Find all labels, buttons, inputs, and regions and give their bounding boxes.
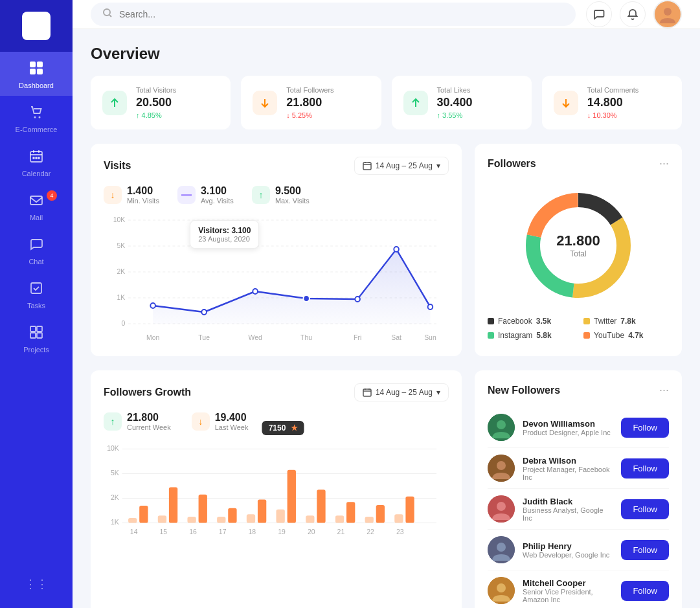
svg-rect-14 xyxy=(37,326,42,332)
visitors-label: Total Visitors xyxy=(136,86,176,94)
instagram-value: 5.8k xyxy=(536,331,551,340)
sidebar-more-icon[interactable]: ⋮⋮ xyxy=(18,570,54,598)
stat-card-followers: Total Followers 21.800 ↓ 5.25% xyxy=(241,76,381,129)
svg-text:16: 16 xyxy=(189,528,197,535)
ecommerce-icon xyxy=(29,105,43,122)
follow-button-mitchell[interactable]: Follow xyxy=(621,581,669,601)
svg-text:1K: 1K xyxy=(111,519,119,526)
mitchell-avatar xyxy=(488,577,515,604)
visits-avg-icon: — xyxy=(177,186,196,204)
svg-text:21: 21 xyxy=(337,528,345,535)
svg-text:Sat: Sat xyxy=(391,333,401,341)
sidebar-item-chat[interactable]: Chat xyxy=(0,228,73,272)
search-icon xyxy=(102,8,113,21)
new-followers-menu[interactable]: ··· xyxy=(659,383,669,397)
svg-rect-62 xyxy=(169,487,177,523)
visitors-info: Total Visitors 20.500 ↑ 4.85% xyxy=(136,86,176,119)
sidebar-item-calendar[interactable]: Calendar xyxy=(0,140,73,184)
calendar-icon xyxy=(29,149,43,166)
sidebar-item-mail[interactable]: 4 Mail xyxy=(0,184,73,228)
growth-last-value: 19.400 xyxy=(215,412,249,423)
search-box[interactable] xyxy=(91,3,576,26)
visits-avg-stat: — 3.100 Avg. Visits xyxy=(177,185,234,205)
followers-panel: Followers ··· xyxy=(475,144,682,356)
notifications-button[interactable] xyxy=(620,1,646,27)
visits-header: Visits 14 Aug – 25 Aug ▾ xyxy=(104,157,449,175)
projects-icon xyxy=(29,325,43,343)
sidebar-label-dashboard: Dashboard xyxy=(19,82,54,89)
follower-item-devon: Devon Williamson Product Designer, Apple… xyxy=(488,407,669,448)
follow-button-philip[interactable]: Follow xyxy=(621,540,669,560)
follow-button-judith[interactable]: Follow xyxy=(621,499,669,519)
user-avatar[interactable] xyxy=(653,0,682,28)
visits-date-badge[interactable]: 14 Aug – 25 Aug ▾ xyxy=(354,157,449,175)
svg-point-92 xyxy=(497,461,506,470)
growth-date-range: 14 Aug – 25 Aug xyxy=(376,388,433,397)
dashboard-icon xyxy=(29,61,43,78)
svg-rect-13 xyxy=(30,326,36,332)
follow-button-devon[interactable]: Follow xyxy=(621,418,669,438)
growth-date-badge[interactable]: 14 Aug – 25 Aug ▾ xyxy=(354,383,449,401)
mail-badge: 4 xyxy=(47,190,57,201)
svg-rect-77 xyxy=(394,514,403,523)
growth-current-info: 21.800 Current Week xyxy=(127,412,171,431)
visitors-change: ↑ 4.85% xyxy=(136,111,176,119)
messages-button[interactable] xyxy=(586,1,612,27)
svg-text:23: 23 xyxy=(396,528,404,535)
legend-youtube: YouTube 4.7k xyxy=(583,331,669,340)
growth-current-icon: ↑ xyxy=(104,412,122,431)
svg-text:Sun: Sun xyxy=(424,333,436,341)
followers-panel-header: Followers ··· xyxy=(488,157,669,170)
search-input[interactable] xyxy=(119,9,564,19)
twitter-dot xyxy=(583,318,590,324)
page-title: Overview xyxy=(91,45,682,63)
visits-avg-value: 3.100 xyxy=(201,185,234,197)
svg-point-90 xyxy=(497,420,506,429)
growth-current-label: Current Week xyxy=(127,423,171,431)
main-content: Overview Total Visitors 20.500 ↑ 4.85% xyxy=(73,0,700,608)
svg-point-39 xyxy=(201,310,207,315)
stat-card-visitors: Total Visitors 20.500 ↑ 4.85% xyxy=(91,76,231,129)
visits-stats: ↓ 1.400 Min. Visits — 3.100 Avg. Visits xyxy=(104,185,449,205)
devon-name: Devon Williamson xyxy=(523,419,613,429)
followers-menu-icon[interactable]: ··· xyxy=(659,157,669,170)
bar-tooltip-value: 7150 xyxy=(269,423,286,433)
visits-min-icon: ↓ xyxy=(104,186,122,204)
donut-label: Total xyxy=(556,249,600,258)
svg-text:22: 22 xyxy=(367,528,374,535)
growth-last: ↓ 19.400 Last Week xyxy=(192,412,249,431)
sidebar-item-projects[interactable]: Projects xyxy=(0,316,73,360)
sidebar-label-chat: Chat xyxy=(28,258,43,265)
svg-text:17: 17 xyxy=(219,528,227,535)
likes-change: ↑ 3.55% xyxy=(437,111,473,119)
svg-rect-74 xyxy=(346,502,355,523)
debra-role: Project Manager, Facebook Inc xyxy=(523,466,613,481)
follower-item-judith: Judith Black Business Analyst, Google In… xyxy=(488,489,669,530)
svg-point-9 xyxy=(36,157,37,159)
svg-point-8 xyxy=(33,157,34,159)
follower-item-debra: Debra Wilson Project Manager, Facebook I… xyxy=(488,448,669,489)
bottom-row: Followers Growth 14 Aug – 25 Aug ▾ ↑ xyxy=(91,370,682,608)
svg-rect-16 xyxy=(37,333,42,338)
sidebar-item-ecommerce[interactable]: E-Commerce xyxy=(0,96,73,140)
svg-point-38 xyxy=(150,303,155,308)
legend-instagram: Instagram 5.8k xyxy=(488,331,573,340)
youtube-value: 4.7k xyxy=(628,331,643,340)
visits-max-value: 9.500 xyxy=(275,185,310,197)
sidebar-bottom: ⋮⋮ xyxy=(18,570,54,608)
followers-legend: Facebook 3.5k Twitter 7.8k Instagram 5.8… xyxy=(488,317,669,340)
devon-avatar xyxy=(488,414,515,441)
visits-chart-wrap: Visitors: 3.100 23 August, 2020 10K 5K xyxy=(104,214,449,343)
svg-rect-71 xyxy=(306,515,314,523)
svg-rect-66 xyxy=(228,508,236,523)
header-icons xyxy=(586,0,682,28)
follow-button-debra[interactable]: Follow xyxy=(621,458,669,479)
sidebar-item-dashboard[interactable]: Dashboard xyxy=(0,52,73,96)
visits-title: Visits xyxy=(104,160,131,172)
svg-rect-60 xyxy=(139,506,148,523)
svg-rect-3 xyxy=(30,69,36,74)
sidebar-item-tasks[interactable]: Tasks xyxy=(0,272,73,316)
svg-rect-68 xyxy=(258,499,266,523)
svg-point-6 xyxy=(39,117,41,118)
svg-point-94 xyxy=(497,502,506,511)
